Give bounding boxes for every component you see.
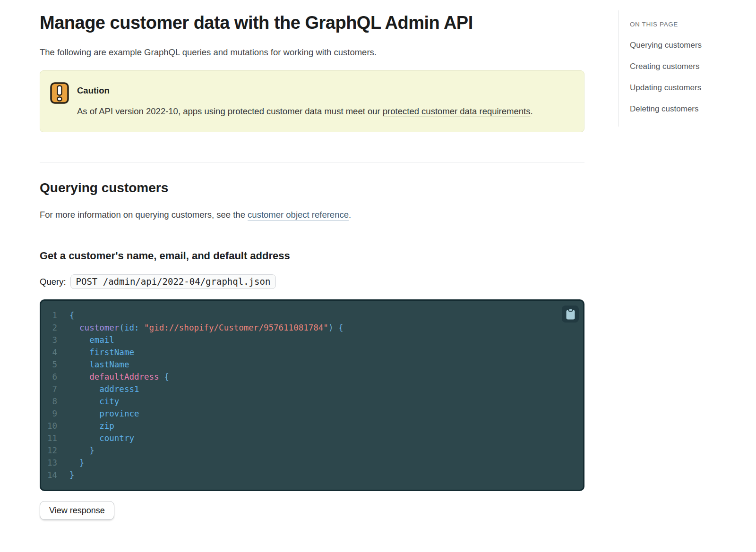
code-line: 11 country [41, 432, 583, 444]
line-number: 14 [41, 469, 57, 481]
code-block: 1{2 customer(id: "gid://shopify/Customer… [40, 299, 584, 491]
line-number: 12 [41, 444, 57, 457]
caution-body: Caution As of API version 2022-10, apps … [77, 82, 533, 119]
code-text: email [69, 334, 114, 346]
code-line: 10 zip [41, 420, 583, 432]
code-text: { [69, 309, 75, 322]
query-label: Query: [40, 277, 66, 287]
line-number: 11 [41, 432, 57, 444]
code-text: } [69, 457, 85, 469]
copy-button[interactable] [562, 306, 579, 323]
main-content: Manage customer data with the GraphQL Ad… [40, 12, 584, 520]
page-title: Manage customer data with the GraphQL Ad… [40, 12, 584, 33]
code-lines: 1{2 customer(id: "gid://shopify/Customer… [41, 309, 583, 481]
section-intro-before: For more information on querying custome… [40, 210, 248, 220]
line-number: 13 [41, 457, 57, 469]
clipboard-icon [566, 308, 576, 320]
customer-object-reference-link[interactable]: customer object reference [248, 210, 349, 220]
caution-title: Caution [77, 86, 533, 95]
section-intro: For more information on querying custome… [40, 209, 584, 221]
line-number: 8 [41, 395, 57, 408]
code-line: 9 province [41, 408, 583, 420]
section-heading-querying-customers: Querying customers [40, 180, 584, 196]
code-line: 5 lastName [41, 358, 583, 371]
line-number: 6 [41, 371, 57, 383]
warning-icon [50, 82, 69, 119]
code-line: 12 } [41, 444, 583, 457]
code-text: zip [69, 420, 114, 432]
code-text: firstName [69, 346, 134, 358]
code-line: 13 } [41, 457, 583, 469]
line-number: 5 [41, 358, 57, 371]
sidebar-item-querying-customers[interactable]: Querying customers [630, 41, 756, 50]
code-line: 6 defaultAddress { [41, 371, 583, 383]
endpoint-chip: POST /admin/api/2022-04/graphql.json [70, 274, 276, 289]
sidebar-item-creating-customers[interactable]: Creating customers [630, 62, 756, 71]
code-line: 8 city [41, 395, 583, 408]
code-text: } [69, 444, 94, 457]
caution-text-before: As of API version 2022-10, apps using pr… [77, 106, 383, 116]
code-text: address1 [69, 383, 139, 395]
sidebar-item-updating-customers[interactable]: Updating customers [630, 84, 756, 92]
code-line: 14} [41, 469, 583, 481]
on-this-page-sidebar: ON THIS PAGE Querying customers Creating… [618, 10, 756, 127]
code-line: 4 firstName [41, 346, 583, 358]
line-number: 10 [41, 420, 57, 432]
example-heading: Get a customer's name, email, and defaul… [40, 249, 584, 263]
section-intro-after: . [349, 210, 351, 220]
code-line: 2 customer(id: "gid://shopify/Customer/9… [41, 322, 583, 334]
sidebar-heading: ON THIS PAGE [630, 21, 756, 28]
code-text: defaultAddress { [69, 371, 169, 383]
view-response-button[interactable]: View response [40, 501, 114, 520]
line-number: 3 [41, 334, 57, 346]
caution-text: As of API version 2022-10, apps using pr… [77, 104, 533, 119]
line-number: 9 [41, 408, 57, 420]
line-number: 1 [41, 309, 57, 322]
code-line: 1{ [41, 309, 583, 322]
sidebar-item-deleting-customers[interactable]: Deleting customers [630, 105, 756, 113]
caution-callout: Caution As of API version 2022-10, apps … [40, 70, 584, 132]
line-number: 4 [41, 346, 57, 358]
page-subtitle: The following are example GraphQL querie… [40, 46, 584, 59]
line-number: 2 [41, 322, 57, 334]
code-text: customer(id: "gid://shopify/Customer/957… [69, 322, 344, 334]
section-divider [40, 162, 584, 162]
code-text: country [69, 432, 134, 444]
query-row: Query: POST /admin/api/2022-04/graphql.j… [40, 274, 584, 289]
protected-customer-data-link[interactable]: protected customer data requirements [383, 106, 531, 116]
code-text: province [69, 408, 139, 420]
code-line: 3 email [41, 334, 583, 346]
code-text: city [69, 395, 119, 408]
line-number: 7 [41, 383, 57, 395]
code-text: lastName [69, 358, 129, 371]
caution-text-after: . [530, 106, 533, 116]
code-line: 7 address1 [41, 383, 583, 395]
code-text: } [69, 469, 75, 481]
